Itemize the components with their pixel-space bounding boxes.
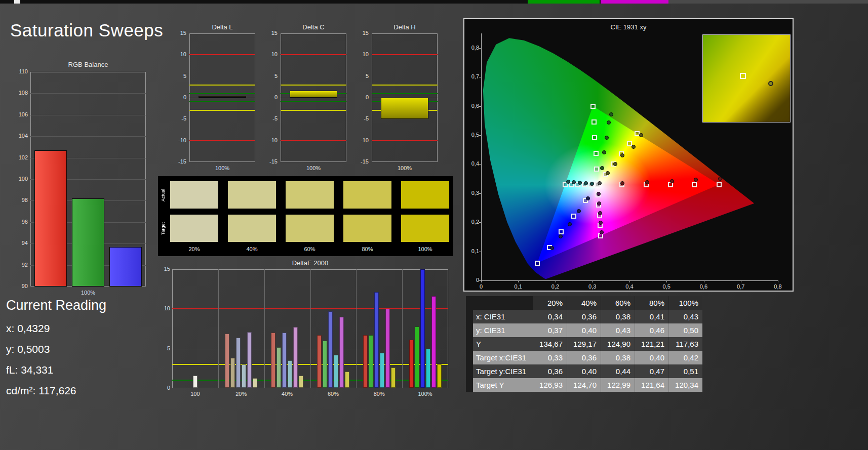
swatch-col-label: 100% [401, 246, 449, 252]
table-cell: 0,40 [567, 364, 601, 378]
measured-circle [597, 201, 601, 206]
y-tick-label: 10 [353, 51, 369, 57]
row-label-actual: Actual [160, 181, 167, 209]
y-tick-label: 5 [353, 73, 369, 79]
red-ref-line [372, 54, 438, 55]
y-tick-mark [479, 77, 481, 77]
deltae-bar [334, 355, 338, 388]
deltae-bar [253, 378, 257, 388]
value-bar [199, 96, 246, 98]
deltae-bar [317, 335, 322, 388]
row-label-target: Target [160, 215, 167, 242]
table-cell: 0,33 [533, 351, 567, 364]
group-separator [264, 269, 265, 388]
y-tick-label: 0,8 [467, 45, 479, 51]
measured-circle [600, 230, 604, 234]
deltae-2000-chart: DeltaE 200015105010020%40%60%80%100% [158, 259, 453, 403]
measured-circle [566, 180, 570, 184]
column-header: 80% [635, 296, 668, 310]
x-tick-mark [629, 280, 630, 282]
current-reading-values: x: 0,4329y: 0,5003fL: 34,331cd/m²: 117,6… [6, 322, 153, 397]
x-tick-label: 0 [471, 283, 491, 290]
y-tick-label: -5 [353, 115, 369, 121]
deltae-bar [225, 334, 229, 388]
y-tick-label: 0 [262, 94, 278, 100]
top-strip [0, 0, 868, 4]
x-tick-mark [666, 280, 667, 282]
chart-title: Delta L [189, 23, 255, 31]
y-tick-label: 0 [158, 385, 170, 391]
deltae-bar [271, 333, 275, 388]
x-tick-label: 0,6 [694, 283, 714, 290]
red-ref-line [189, 54, 255, 55]
swatch-col-label: 20% [170, 246, 218, 252]
reading-line: fL: 34,331 [6, 364, 153, 376]
table-cell: 0,37 [533, 323, 567, 337]
reading-line: cd/m²: 117,626 [6, 385, 153, 397]
y-tick-label: 96 [15, 219, 28, 225]
green-ref-line [281, 101, 346, 102]
target-swatch [343, 215, 391, 242]
table-cell: 129,17 [567, 337, 601, 351]
measured-circle [568, 222, 572, 226]
y-tick-mark [479, 193, 481, 194]
target-square [559, 229, 564, 234]
x-tick-mark [778, 280, 778, 282]
table-cell: 124,90 [601, 337, 635, 351]
deltae-bar [420, 269, 425, 388]
table-cell: 0,41 [635, 310, 668, 323]
actual-swatch [286, 181, 334, 209]
x-axis-label: 100% [30, 290, 146, 296]
table-cell: 121,64 [635, 378, 668, 392]
y-tick-label: 15 [158, 266, 170, 272]
cie-1931-chart: CIE 1931 xy 00,10,20,30,40,50,60,70,800,… [463, 18, 794, 292]
zero-line [189, 98, 255, 98]
blue-bar [109, 247, 142, 287]
reading-line: x: 0,4329 [6, 322, 153, 335]
y-tick-label: 106 [15, 111, 28, 117]
deltae-bar [426, 349, 430, 388]
deltae-bar [277, 347, 281, 388]
strip-segment [601, 0, 668, 4]
group-separator [310, 269, 311, 388]
y-gridline [30, 115, 146, 115]
x-tick-mark [481, 280, 482, 282]
measured-circle [597, 192, 601, 196]
y-tick-mark [479, 222, 481, 223]
table-cell: 0,36 [567, 310, 601, 323]
deltae-bar [437, 364, 442, 388]
y-tick-label: 0,4 [467, 160, 479, 167]
table-corner [466, 296, 533, 310]
swatch-col-label: 40% [228, 246, 276, 252]
table-cell: 120,34 [668, 378, 702, 392]
y-tick-label: -15 [171, 158, 186, 165]
yellow-ref-line [189, 110, 255, 111]
current-reading-title: Current Reading [6, 298, 153, 313]
measured-circle [590, 182, 594, 186]
y-tick-mark [479, 164, 481, 165]
x-axis-label: 100% [281, 165, 346, 171]
x-tick-label: 0,7 [731, 283, 751, 290]
table-cell: 134,67 [533, 337, 567, 351]
row-label: Target y:CIE31 [473, 364, 533, 378]
y-tick-label: -5 [171, 115, 186, 121]
delta-chart-delta-h: Delta H151050-5-10-15100% [353, 23, 440, 178]
green-ref-line [372, 93, 438, 94]
table-cell: 0,38 [601, 351, 635, 364]
table-cell: 126,93 [533, 378, 567, 392]
target-square [590, 104, 596, 109]
y-tick-label: 0,6 [467, 103, 479, 109]
row-accent [466, 337, 473, 351]
measured-circle [550, 246, 554, 250]
deltae-bar [391, 367, 396, 388]
delta-chart-delta-l: Delta L151050-5-10-15100% [171, 23, 257, 178]
y-tick-label: 0,3 [467, 190, 479, 196]
chart-title: CIE 1931 xy [464, 23, 793, 31]
y-tick-label: 15 [353, 30, 369, 36]
y-tick-label: 15 [171, 30, 186, 36]
zero-line [281, 98, 346, 98]
x-tick-mark [593, 280, 593, 282]
y-tick-label: -10 [171, 137, 186, 143]
column-header: 60% [601, 296, 635, 310]
chart-title: Delta C [281, 23, 346, 31]
